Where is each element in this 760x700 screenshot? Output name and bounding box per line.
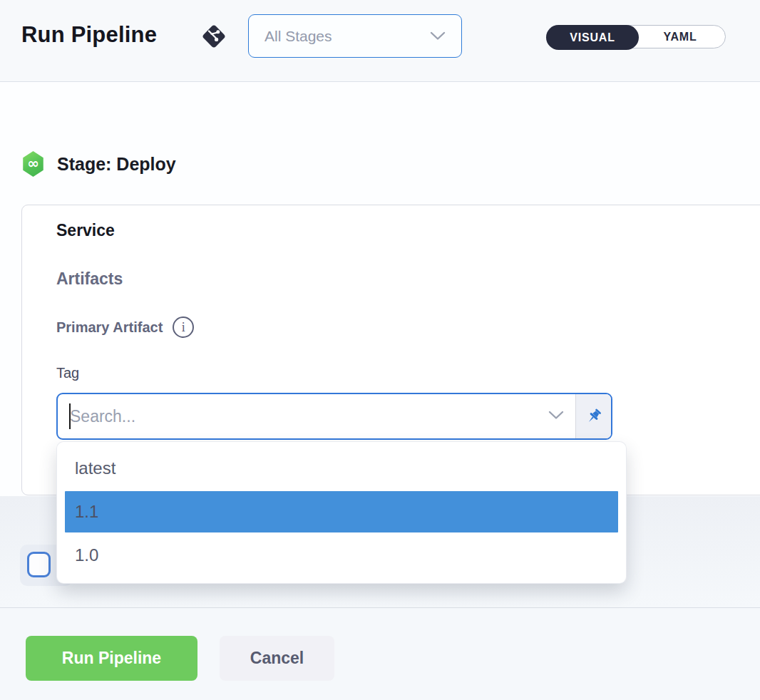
toggle-yaml[interactable]: YAML: [635, 26, 725, 48]
git-icon: [200, 22, 228, 51]
run-pipeline-button[interactable]: Run Pipeline: [26, 636, 197, 681]
stage-selector-dropdown[interactable]: All Stages: [248, 14, 462, 58]
dialog-header: Run Pipeline All Stages VISUAL YAML: [0, 0, 760, 82]
pin-toggle-button[interactable]: [575, 394, 611, 438]
tag-select-field: [56, 393, 612, 440]
cancel-button[interactable]: Cancel: [220, 636, 334, 681]
artifacts-heading: Artifacts: [56, 269, 123, 289]
tag-search-input[interactable]: [58, 394, 564, 438]
chevron-down-icon[interactable]: [548, 411, 564, 420]
tag-dropdown-menu: latest 1.1 1.0: [57, 442, 626, 583]
stage-row: ∞ Stage: Deploy: [22, 151, 176, 177]
pin-icon: [585, 407, 603, 426]
stage-selector-value: All Stages: [265, 28, 332, 45]
page-title: Run Pipeline: [21, 22, 157, 48]
service-heading: Service: [56, 221, 115, 240]
info-icon[interactable]: i: [173, 316, 194, 338]
dropdown-option-1-1[interactable]: 1.1: [65, 491, 618, 532]
text-caret: [69, 403, 71, 429]
run-pipeline-dialog: Run Pipeline All Stages VISUAL YAML ∞ St…: [0, 0, 760, 700]
chevron-down-icon: [430, 31, 446, 41]
primary-artifact-label: Primary Artifact: [56, 319, 163, 336]
dialog-footer: Run Pipeline Cancel: [0, 607, 760, 700]
primary-artifact-row: Primary Artifact i: [56, 316, 194, 338]
toggle-visual[interactable]: VISUAL: [546, 25, 639, 50]
tag-label: Tag: [56, 365, 79, 381]
dropdown-option-1-0[interactable]: 1.0: [57, 532, 626, 578]
stage-label: Stage: Deploy: [57, 154, 176, 175]
dropdown-option-latest[interactable]: latest: [57, 446, 626, 491]
skip-checks-checkbox[interactable]: [27, 552, 51, 577]
cd-stage-icon: ∞: [22, 151, 44, 177]
visual-yaml-toggle: VISUAL YAML: [546, 25, 726, 48]
